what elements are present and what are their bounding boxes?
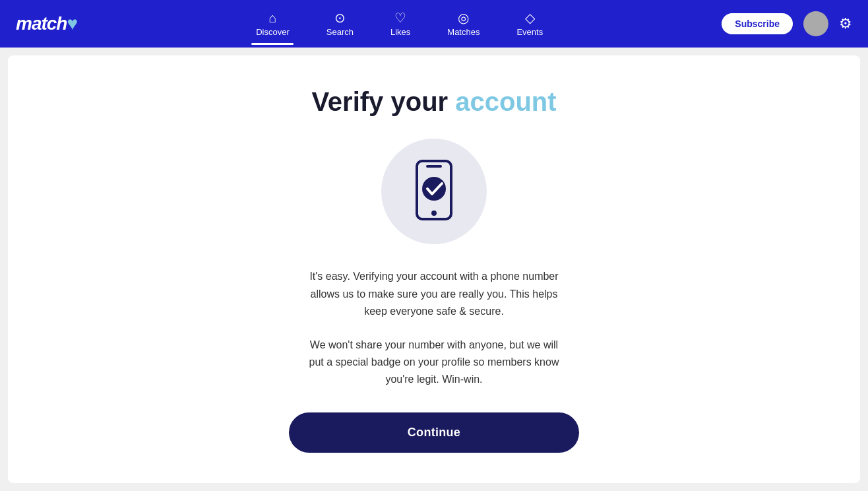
nav-item-matches[interactable]: ◎ Matches: [429, 6, 498, 42]
verify-card: Verify your account It's easy. Verifying…: [289, 73, 579, 465]
events-icon: ◇: [525, 11, 535, 24]
svg-rect-1: [426, 165, 442, 168]
verify-title: Verify your account: [311, 86, 556, 117]
brand-heart: ♥: [67, 13, 77, 34]
nav-links: ⌂ Discover ⊙ Search ♡ Likes ◎ Matches ◇ …: [77, 6, 722, 42]
phone-verified-icon: [408, 158, 460, 224]
phone-verified-icon-circle: [381, 139, 487, 244]
nav-label-events: Events: [516, 27, 543, 37]
nav-label-search: Search: [326, 27, 354, 37]
avatar[interactable]: [803, 11, 828, 36]
nav-label-discover: Discover: [256, 27, 290, 37]
verify-description-1: It's easy. Verifying your account with a…: [302, 268, 566, 320]
navbar: match♥ ⌂ Discover ⊙ Search ♡ Likes ◎ Mat…: [0, 0, 868, 48]
main-content: Verify your account It's easy. Verifying…: [8, 55, 860, 483]
nav-label-likes: Likes: [390, 27, 410, 37]
verify-title-highlight: account: [455, 87, 556, 116]
brand-logo[interactable]: match♥: [16, 13, 77, 34]
nav-item-search[interactable]: ⊙ Search: [308, 6, 372, 42]
search-icon: ⊙: [334, 11, 346, 24]
likes-icon: ♡: [394, 11, 406, 24]
nav-right: Subscribe ⚙: [722, 11, 852, 36]
nav-item-events[interactable]: ◇ Events: [498, 6, 561, 42]
nav-item-discover[interactable]: ⌂ Discover: [237, 6, 308, 42]
subscribe-button[interactable]: Subscribe: [722, 13, 793, 34]
nav-item-likes[interactable]: ♡ Likes: [372, 6, 429, 42]
svg-point-2: [431, 211, 437, 216]
matches-icon: ◎: [458, 11, 469, 24]
gear-icon[interactable]: ⚙: [839, 15, 852, 32]
svg-point-3: [422, 177, 446, 201]
verify-description-2: We won't share your number with anyone, …: [302, 337, 566, 389]
nav-label-matches: Matches: [447, 27, 480, 37]
discover-icon: ⌂: [268, 11, 276, 24]
continue-button[interactable]: Continue: [289, 412, 579, 453]
